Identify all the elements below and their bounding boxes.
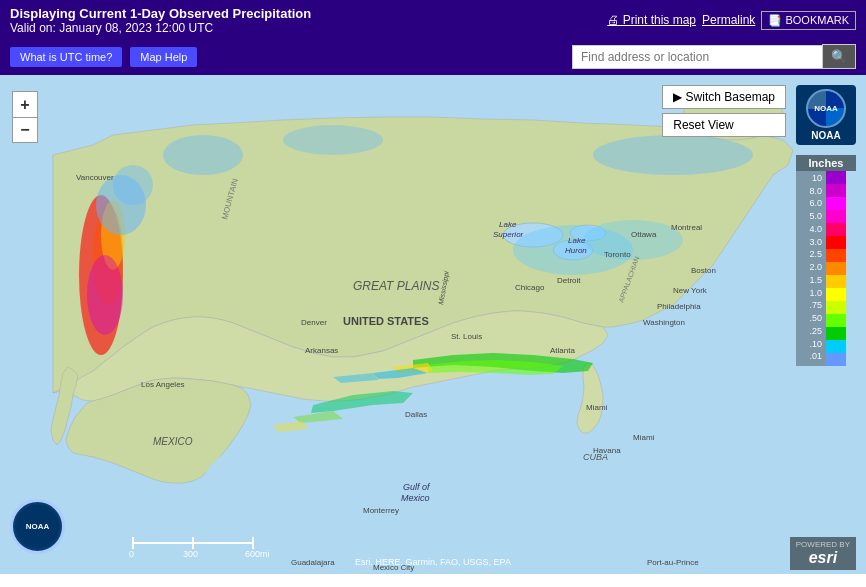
map-container[interactable]: GREAT PLAINS UNITED STATES MEXICO Gulf o… <box>0 75 866 574</box>
svg-text:Miami: Miami <box>633 433 655 442</box>
svg-text:Washington: Washington <box>643 318 685 327</box>
print-button[interactable]: 🖨 Print this map <box>607 13 696 27</box>
svg-text:Montreal: Montreal <box>671 223 702 232</box>
zoom-controls: + − <box>12 91 38 143</box>
header-info: Displaying Current 1-Day Observed Precip… <box>10 6 607 35</box>
legend-label: 5.0 <box>798 211 824 224</box>
map-help-button[interactable]: Map Help <box>130 47 197 67</box>
svg-text:Denver: Denver <box>301 318 327 327</box>
map-title: Displaying Current 1-Day Observed Precip… <box>10 6 607 21</box>
noaa-seal-text: NOAA <box>26 522 50 531</box>
svg-text:New York: New York <box>673 286 708 295</box>
svg-point-9 <box>87 255 123 335</box>
legend-label: 3.0 <box>798 237 824 250</box>
legend-color-block <box>826 262 846 275</box>
valid-date: Valid on: January 08, 2023 12:00 UTC <box>10 21 607 35</box>
noaa-label: NOAA <box>811 130 840 141</box>
legend-label: .25 <box>798 326 824 339</box>
legend-color-block <box>826 171 846 184</box>
legend-title: Inches <box>796 155 856 171</box>
legend-color-block <box>826 314 846 327</box>
bookmark-button[interactable]: 📑 BOOKMARK <box>761 11 856 30</box>
svg-point-12 <box>163 135 243 175</box>
map-svg: GREAT PLAINS UNITED STATES MEXICO Gulf o… <box>0 75 866 574</box>
svg-text:0: 0 <box>129 549 134 559</box>
zoom-out-button[interactable]: − <box>12 117 38 143</box>
legend-label: 10 <box>798 173 824 186</box>
legend-color-block <box>826 197 846 210</box>
legend-color-block <box>826 249 846 262</box>
legend-label: 4.0 <box>798 224 824 237</box>
legend-label: 6.0 <box>798 198 824 211</box>
svg-text:GREAT PLAINS: GREAT PLAINS <box>353 279 439 293</box>
search-button[interactable]: 🔍 <box>822 44 856 69</box>
svg-point-13 <box>283 125 383 155</box>
legend-labels: 108.06.05.04.03.02.52.01.51.0.75.50.25.1… <box>796 171 826 366</box>
svg-text:Lake: Lake <box>499 220 517 229</box>
toolbar: What is UTC time? Map Help 🔍 <box>0 40 866 75</box>
noaa-circle-icon: NOAA <box>806 89 846 128</box>
legend-color-block <box>826 301 846 314</box>
legend-color-block <box>826 288 846 301</box>
svg-text:Guadalajara: Guadalajara <box>291 558 335 567</box>
svg-point-11 <box>113 165 153 205</box>
svg-text:Chicago: Chicago <box>515 283 545 292</box>
reset-view-button[interactable]: Reset View <box>662 113 786 137</box>
legend-label: 1.5 <box>798 275 824 288</box>
legend-color-block <box>826 340 846 353</box>
legend-color-block <box>826 236 846 249</box>
legend-label: 8.0 <box>798 186 824 199</box>
noaa-seal: NOAA <box>10 499 65 554</box>
svg-text:Miami: Miami <box>586 403 608 412</box>
svg-text:Philadelphia: Philadelphia <box>657 302 701 311</box>
legend-scale: 108.06.05.04.03.02.52.01.51.0.75.50.25.1… <box>796 171 856 366</box>
esri-brand-text: esri <box>809 549 837 567</box>
search-container: 🔍 <box>572 44 856 69</box>
svg-text:Ottawa: Ottawa <box>631 230 657 239</box>
svg-text:Los Angeles: Los Angeles <box>141 380 185 389</box>
legend-label: 2.0 <box>798 262 824 275</box>
svg-text:300: 300 <box>183 549 198 559</box>
legend-label: 1.0 <box>798 288 824 301</box>
legend-color-block <box>826 210 846 223</box>
legend-colors <box>826 171 846 366</box>
powered-by-text: POWERED BY <box>796 540 850 549</box>
utc-time-button[interactable]: What is UTC time? <box>10 47 122 67</box>
map-control-buttons: ▶ Switch Basemap Reset View <box>662 85 786 137</box>
svg-text:Port-au-Prince: Port-au-Prince <box>647 558 699 567</box>
svg-text:Vancouver: Vancouver <box>76 173 114 182</box>
svg-text:Dallas: Dallas <box>405 410 427 419</box>
legend-color-block <box>826 353 846 366</box>
svg-text:Arkansas: Arkansas <box>305 346 338 355</box>
svg-text:Mexico: Mexico <box>401 493 430 503</box>
svg-text:Toronto: Toronto <box>604 250 631 259</box>
svg-point-16 <box>583 220 683 260</box>
svg-text:Esri, HERE, Garmin, FAO, USGS,: Esri, HERE, Garmin, FAO, USGS, EPA <box>355 557 511 567</box>
noaa-logo: NOAA NOAA <box>796 85 856 145</box>
svg-point-14 <box>593 135 753 175</box>
legend-color-block <box>826 327 846 340</box>
legend-label: .01 <box>798 351 824 364</box>
header-actions: 🖨 Print this map Permalink 📑 BOOKMARK <box>607 11 856 30</box>
zoom-in-button[interactable]: + <box>12 91 38 117</box>
legend-color-block <box>826 223 846 236</box>
permalink-button[interactable]: Permalink <box>702 13 755 27</box>
legend-color-block <box>826 275 846 288</box>
svg-text:Monterrey: Monterrey <box>363 506 399 515</box>
svg-text:MEXICO: MEXICO <box>153 436 193 447</box>
legend-label: 2.5 <box>798 249 824 262</box>
svg-text:Huron: Huron <box>565 246 587 255</box>
svg-text:UNITED STATES: UNITED STATES <box>343 315 429 327</box>
legend-label: .50 <box>798 313 824 326</box>
svg-text:Boston: Boston <box>691 266 716 275</box>
svg-rect-5 <box>533 435 733 535</box>
switch-basemap-button[interactable]: ▶ Switch Basemap <box>662 85 786 109</box>
noaa-circle-text: NOAA <box>814 104 838 113</box>
header-bar: Displaying Current 1-Day Observed Precip… <box>0 0 866 40</box>
svg-text:Havana: Havana <box>593 446 621 455</box>
search-input[interactable] <box>572 45 822 69</box>
legend-label: .75 <box>798 300 824 313</box>
svg-text:600mi: 600mi <box>245 549 270 559</box>
svg-text:Atlanta: Atlanta <box>550 346 575 355</box>
svg-text:St. Louis: St. Louis <box>451 332 482 341</box>
